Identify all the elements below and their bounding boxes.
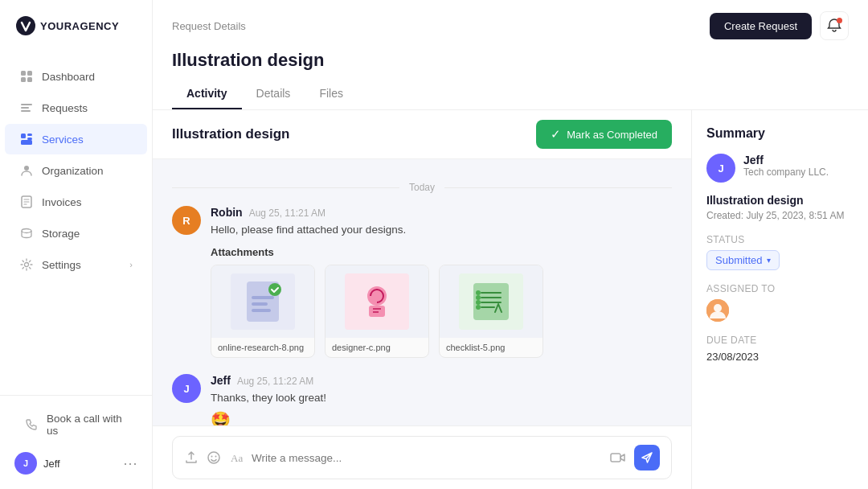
attachment-card-3[interactable]: checklist-5.png [439, 265, 543, 358]
summary-assigned-row: Assigned To [706, 283, 854, 322]
svg-point-42 [211, 456, 213, 458]
sidebar-item-label: Settings [42, 259, 81, 271]
message-input-area: Aa [153, 425, 691, 489]
sidebar-item-requests[interactable]: Requests [5, 92, 147, 123]
user-options-icon[interactable]: ⋯ [123, 454, 137, 472]
attachment-img-1 [211, 265, 314, 338]
sidebar-bottom: Book a call with us J Jeff ⋯ [0, 395, 152, 489]
date-label: Today [409, 182, 435, 193]
settings-expand-icon: › [129, 260, 133, 269]
svg-rect-8 [21, 110, 31, 112]
svg-point-13 [24, 166, 29, 171]
attachment-img-2 [326, 265, 428, 338]
msg-emoji-jeff: 🤩 [211, 410, 672, 426]
due-date-label: Due Date [706, 335, 854, 346]
svg-point-43 [215, 456, 217, 458]
content-area: Illustration design ✓ Mark as Completed … [153, 110, 868, 489]
header-actions: Create Request [710, 11, 849, 40]
svg-rect-2 [21, 71, 26, 76]
date-divider: Today [172, 182, 672, 193]
attachment-card-1[interactable]: online-research-8.png [211, 265, 315, 358]
attachment-img-3 [440, 265, 542, 338]
notification-badge [837, 18, 842, 23]
tab-activity[interactable]: Activity [172, 80, 242, 109]
tabs: Activity Details Files [172, 80, 849, 109]
message-body-robin: Robin Aug 25, 11:21 AM Hello, please fin… [211, 206, 672, 358]
summary-status-row: Status Submitted ▾ [706, 234, 854, 270]
storage-icon [19, 226, 34, 240]
status-badge[interactable]: Submitted ▾ [706, 250, 780, 270]
svg-rect-28 [369, 306, 385, 317]
sidebar-user: J Jeff ⋯ [5, 446, 147, 481]
send-button[interactable] [634, 445, 660, 471]
sidebar-item-dashboard[interactable]: Dashboard [5, 61, 147, 92]
svg-point-22 [268, 283, 281, 296]
svg-rect-23 [252, 296, 274, 299]
sidebar-item-label: Services [42, 134, 84, 146]
main-header: Request Details Create Request Illustrat… [153, 0, 868, 110]
notification-button[interactable] [820, 11, 849, 40]
svg-rect-4 [21, 77, 26, 82]
sidebar-item-organization[interactable]: Organization [5, 155, 147, 186]
logo: YOURAGENCY [0, 0, 152, 54]
sidebar-item-label: Dashboard [42, 71, 95, 83]
sidebar-item-services[interactable]: Services [5, 124, 147, 154]
sidebar-item-invoices[interactable]: Invoices [5, 187, 147, 217]
mark-completed-button[interactable]: ✓ Mark as Completed [536, 120, 672, 149]
svg-point-40 [476, 305, 481, 310]
invoice-icon [19, 195, 34, 209]
svg-rect-12 [21, 140, 32, 145]
client-company: Tech company LLC. [743, 166, 829, 178]
breadcrumb: Request Details [172, 20, 246, 32]
request-title-bar: Illustration design ✓ Mark as Completed [153, 110, 691, 159]
sidebar-username: Jeff [43, 458, 60, 470]
svg-point-47 [714, 304, 722, 312]
summary-due-date-row: Due Date 23/08/2023 [706, 335, 854, 363]
video-icon[interactable] [610, 450, 626, 465]
svg-point-18 [22, 229, 31, 233]
svg-rect-7 [21, 107, 29, 109]
phone-icon [24, 417, 39, 432]
msg-text-jeff: Thanks, they look great! [211, 390, 672, 406]
status-label: Status [706, 234, 854, 245]
emoji-icon[interactable] [207, 450, 221, 465]
msg-author-jeff: Jeff [211, 374, 231, 387]
svg-rect-25 [252, 309, 271, 312]
checkmark-icon: ✓ [551, 127, 561, 142]
attachment-card-2[interactable]: designer-c.png [325, 265, 429, 358]
client-info: Jeff Tech company LLC. [743, 154, 829, 183]
svg-rect-11 [27, 138, 32, 140]
header-top: Request Details Create Request [172, 11, 849, 40]
message-robin: R Robin Aug 25, 11:21 AM Hello, please f… [172, 206, 672, 358]
summary-panel: Summary J Jeff Tech company LLC. Illustr… [691, 110, 868, 489]
svg-rect-9 [21, 134, 26, 138]
message-input[interactable] [252, 452, 602, 464]
svg-rect-3 [27, 71, 32, 76]
messages-list: Today R Robin Aug 25, 11:21 AM Hello, pl… [153, 159, 691, 425]
sidebar-item-settings[interactable]: Settings › [5, 249, 147, 280]
text-format-icon[interactable]: Aa [229, 450, 244, 465]
page-title: Illustration design [172, 50, 849, 71]
svg-rect-24 [252, 302, 268, 306]
due-date-value: 23/08/2023 [706, 351, 854, 363]
tab-files[interactable]: Files [305, 80, 358, 109]
svg-rect-5 [27, 77, 32, 82]
message-jeff: J Jeff Aug 25, 11:22 AM Thanks, they loo… [172, 374, 672, 425]
sidebar-item-label: Book a call with us [47, 413, 128, 437]
tab-details[interactable]: Details [242, 80, 305, 109]
svg-point-37 [476, 290, 481, 295]
attachment-name-1: online-research-8.png [211, 338, 314, 357]
summary-title: Summary [706, 126, 854, 141]
msg-time-robin: Aug 25, 11:21 AM [249, 208, 326, 219]
attachments-label: Attachments [211, 246, 672, 258]
svg-point-39 [476, 300, 481, 305]
org-icon [19, 163, 34, 178]
client-name: Jeff [743, 154, 829, 166]
create-request-button[interactable]: Create Request [710, 13, 812, 39]
main-content: Request Details Create Request Illustrat… [153, 0, 868, 489]
sidebar-item-storage[interactable]: Storage [5, 218, 147, 249]
svg-rect-45 [611, 454, 620, 462]
avatar: J [14, 452, 37, 475]
upload-icon[interactable] [184, 450, 199, 465]
sidebar-item-book-call[interactable]: Book a call with us [10, 405, 142, 445]
